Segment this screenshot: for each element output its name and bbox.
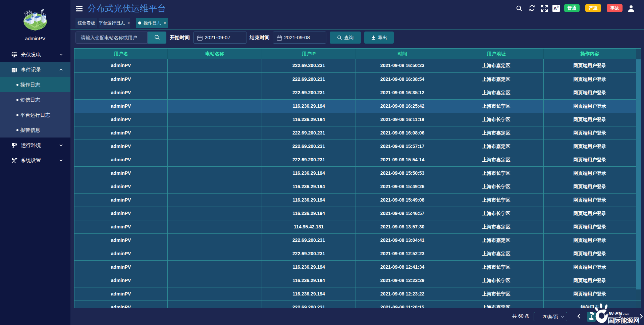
svg-text:国际能源网: 国际能源网 — [608, 317, 640, 324]
svg-text:IN-EN: IN-EN — [608, 311, 623, 316]
svg-text:文: 文 — [557, 5, 559, 8]
svg-text:.com: .com — [623, 313, 629, 316]
